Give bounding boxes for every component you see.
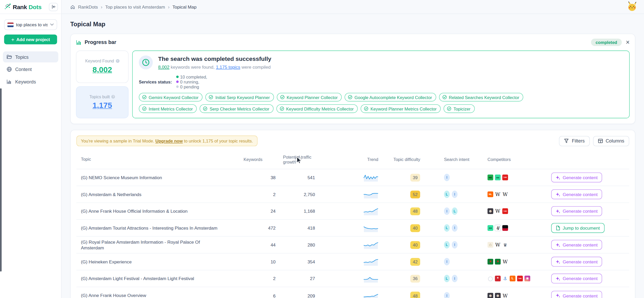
search-intent-badge: I (444, 208, 450, 215)
generate-content-button[interactable]: Generate content (551, 172, 602, 182)
trend-sparkline (363, 207, 378, 216)
page-title: Topical Map (70, 21, 635, 28)
topic-cell[interactable]: (G) Royal Palace Amsterdam Information -… (76, 239, 241, 251)
difficulty-badge: 48 (410, 292, 420, 298)
check-circle-icon (142, 95, 147, 99)
action-cell: Generate content (550, 206, 629, 216)
topics-built-value[interactable]: 1,175 (93, 101, 112, 110)
difficulty-badge: 40 (410, 241, 420, 249)
generate-content-button[interactable]: Generate content (551, 240, 602, 250)
topic-cell[interactable]: (G) Heineken Experience (76, 259, 241, 265)
service-badges: Gemini Keyword CollectorInitial Serp Key… (139, 93, 574, 113)
status-badge: completed (591, 38, 622, 46)
topics-compiled-link[interactable]: 1,175 topics (216, 64, 240, 69)
left-scrollbar-thumb[interactable] (0, 88, 2, 272)
columns-button[interactable]: Columns (593, 136, 629, 146)
competitor-icon-annefrank: ☻ (495, 293, 501, 298)
topbar: RankDots › Top places to visit Amsterdam… (62, 0, 644, 14)
intent-cell: LI (442, 224, 487, 232)
sidebar-item-topics[interactable]: Topics (3, 51, 58, 62)
breadcrumb-project[interactable]: Top places to visit Amsterdam (105, 4, 165, 9)
search-intent-badge: L (452, 208, 458, 215)
difficulty-badge: 39 (410, 173, 420, 181)
action-cell: Generate content (550, 240, 629, 250)
table-row: (G) Amsterdam Light Festival - Amsterdam… (76, 270, 629, 287)
competitor-icon-light-festival: L (510, 276, 515, 281)
keyword-found-value[interactable]: 8,002 (93, 66, 112, 75)
app-root: RankDots top places to visit + Add new p… (0, 0, 644, 298)
keywords-cell: 38 (241, 175, 278, 180)
competitor-icon-annefrank: ☻ (487, 208, 493, 214)
trend-cell (317, 257, 388, 266)
topic-cell[interactable]: (G) Amsterdam & Netherlands (76, 191, 241, 197)
jump-to-document-button[interactable]: Jump to document (551, 223, 604, 233)
filters-button[interactable]: Filters (559, 136, 589, 146)
trend-sparkline (363, 257, 378, 266)
table-header-row: Topic Keywords Potential traffic growth … (76, 154, 629, 169)
sidebar-item-keywords[interactable]: Keywords (3, 76, 58, 87)
help-icon[interactable]: ? (111, 95, 115, 99)
check-circle-icon (447, 106, 451, 111)
chevron-down-icon (50, 23, 54, 26)
generate-content-button[interactable]: Generate content (551, 274, 602, 283)
header-competitors[interactable]: Competitors (487, 157, 550, 162)
competitor-icon-wikipedia: W (502, 293, 508, 298)
action-cell: Generate content (550, 257, 629, 267)
header-topic-difficulty[interactable]: Topic difficulty (388, 157, 442, 162)
check-circle-icon (279, 106, 284, 111)
plus-icon: + (11, 37, 14, 42)
document-icon (556, 225, 560, 230)
status-dot-icon (176, 76, 178, 78)
competitor-icon-netherlands: NL (487, 191, 493, 197)
topic-cell[interactable]: (G) NEMO Science Museum Information (76, 174, 241, 180)
topic-cell[interactable]: (G) Anne Frank House Official Informatio… (76, 208, 241, 214)
columns-grid-icon (598, 138, 603, 143)
sidebar-header: RankDots (0, 0, 61, 14)
action-cell: Generate content (550, 274, 629, 283)
help-icon[interactable]: ? (116, 59, 119, 63)
competitors-cell: ◯*⚓LI am◉ (487, 276, 550, 281)
home-icon[interactable] (70, 4, 75, 9)
columns-label: Columns (606, 138, 624, 143)
topic-cell[interactable]: (G) Anne Frank House Overview (76, 293, 241, 298)
header-search-intent[interactable]: Search intent (442, 157, 487, 162)
topic-cell[interactable]: (G) Amsterdam Tourist Attractions - Inte… (76, 225, 241, 231)
generate-content-button[interactable]: Generate content (551, 206, 602, 216)
difficulty-badge: 36 (410, 275, 420, 282)
header-potential-traffic-growth[interactable]: Potential traffic growth (278, 154, 317, 164)
trend-sparkline (363, 240, 378, 249)
competitor-icon-wikipedia: W (502, 191, 508, 197)
competitor-icon-annefrank: ☻ (487, 293, 493, 298)
keywords-cell: 10 (241, 259, 278, 264)
keywords-found-link[interactable]: 8,002 (158, 64, 169, 69)
topic-cell[interactable]: (G) Amsterdam Light Festival - Amsterdam… (76, 276, 241, 282)
sidebar-collapse-button[interactable] (49, 3, 58, 11)
sidebar-item-content[interactable]: Content (3, 64, 58, 75)
generate-content-button[interactable]: Generate content (551, 257, 602, 267)
generate-content-button[interactable]: Generate content (551, 291, 602, 298)
breadcrumb: RankDots › Top places to visit Amsterdam… (70, 4, 197, 9)
trend-sparkline (363, 173, 378, 182)
sparkles-icon (556, 276, 560, 281)
trend-cell (317, 240, 388, 249)
topics-built-card: Topics built ? 1,175 (76, 86, 128, 118)
progress-stats: Keyword Found ? 8,002 Topics built ? 1,1… (76, 50, 128, 118)
header-trend[interactable]: Trend (317, 157, 388, 162)
close-icon[interactable]: × (626, 39, 630, 46)
upgrade-now-link[interactable]: Upgrade now (155, 138, 183, 143)
header-keywords[interactable]: Keywords (241, 157, 278, 162)
sidebar-item-label: Keywords (15, 79, 36, 84)
brand-logo[interactable]: RankDots (4, 3, 42, 11)
traffic-growth-cell: 27 (278, 276, 317, 281)
breadcrumb-rankdots[interactable]: RankDots (78, 4, 98, 9)
trend-sparkline (363, 190, 378, 199)
difficulty-cell: 36 (388, 275, 442, 282)
traffic-growth-cell: 354 (278, 259, 317, 264)
project-selector[interactable]: top places to visit (4, 19, 57, 30)
sparkles-icon (556, 209, 560, 213)
header-topic[interactable]: Topic (76, 157, 241, 162)
search-intent-badge: L (444, 191, 450, 198)
generate-content-button[interactable]: Generate content (551, 189, 602, 199)
topics-built-label: Topics built (89, 94, 110, 99)
add-new-project-button[interactable]: + Add new project (4, 35, 57, 44)
